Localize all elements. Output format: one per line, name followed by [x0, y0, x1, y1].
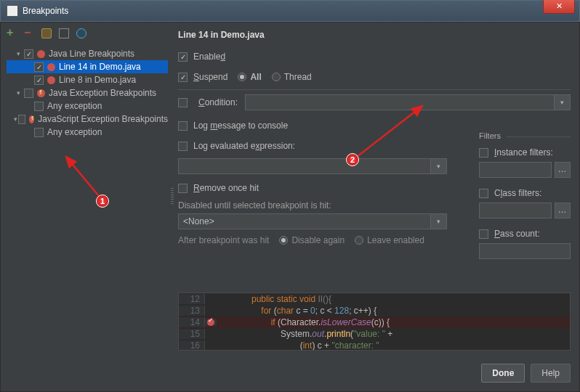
breakpoint-icon: [47, 63, 55, 71]
enabled-label: Enabled: [193, 52, 225, 62]
chevron-down-icon: ▾: [431, 213, 447, 229]
chevron-down-icon[interactable]: ▾: [14, 115, 19, 123]
suspend-label: Suspend: [193, 72, 227, 82]
view-icon[interactable]: [76, 28, 86, 38]
tree-node[interactable]: ▾ JavaScript Exception Breakpoints: [7, 113, 168, 126]
radio-disable-again-label: Disable again: [291, 235, 345, 245]
annotation-badge-1: 1: [96, 195, 109, 208]
class-field[interactable]: [479, 203, 552, 219]
condition-label: Condition:: [198, 97, 238, 107]
logmsg-label: Log message to console: [193, 121, 288, 131]
checkbox[interactable]: [34, 102, 44, 111]
breakpoint-gutter-icon[interactable]: [207, 319, 214, 326]
radio-leave-enabled[interactable]: [355, 236, 363, 245]
condition-checkbox[interactable]: [178, 98, 188, 107]
radio-thread-label: Thread: [284, 72, 312, 82]
logmsg-checkbox[interactable]: [178, 121, 188, 131]
radio-all[interactable]: [238, 73, 246, 81]
instance-field[interactable]: [479, 162, 552, 178]
remove-label: Remove once hit: [193, 183, 259, 193]
copy-icon[interactable]: [59, 28, 69, 38]
tree-toolbar: + −: [7, 28, 86, 38]
detail-title: Line 14 in Demo.java: [178, 30, 571, 40]
tree-node[interactable]: ▾ Java Exception Breakpoints: [7, 86, 168, 99]
tree-node[interactable]: Any exception: [7, 126, 168, 139]
instance-label: Instance filters:: [494, 147, 553, 158]
close-button[interactable]: ✕: [543, 0, 575, 14]
node-label: Line 14 in Demo.java: [59, 62, 141, 72]
done-button[interactable]: Done: [481, 364, 525, 383]
class-label: Class filters:: [494, 188, 541, 198]
code-preview: 12 public static void II(){ 13 for (char…: [178, 293, 571, 351]
app-icon: [7, 5, 18, 17]
node-label: Any exception: [47, 127, 102, 137]
radio-leave-enabled-label: Leave enabled: [367, 235, 424, 245]
remove-icon[interactable]: −: [24, 28, 34, 38]
suspend-checkbox[interactable]: [178, 73, 188, 82]
checkbox[interactable]: [18, 115, 25, 124]
disabled-until-field[interactable]: <None> ▾: [178, 213, 447, 229]
enabled-row: Enabled: [178, 49, 571, 65]
dialog-body: + − ▾ Java Line Breakpoints Line 14 in D…: [0, 22, 580, 392]
tree-node[interactable]: ▾ Java Line Breakpoints: [7, 47, 168, 60]
annotation-badge-2: 2: [346, 153, 359, 166]
title-bar: Breakpoints ✕: [0, 0, 580, 22]
separator: [178, 89, 571, 90]
checkbox[interactable]: [34, 128, 44, 137]
checkbox[interactable]: [34, 62, 44, 72]
logexpr-label: Log evaluated expression:: [193, 141, 295, 151]
disabled-until-value: <None>: [178, 213, 431, 229]
tree-node-selected[interactable]: Line 14 in Demo.java: [7, 60, 168, 73]
add-icon[interactable]: +: [7, 28, 17, 38]
node-label: Java Exception Breakpoints: [49, 88, 156, 98]
class-browse[interactable]: …: [555, 203, 571, 219]
filters-panel: Filters Instance filters: … Class filter…: [479, 131, 571, 266]
checkbox[interactable]: [24, 89, 33, 98]
node-label: Java Line Breakpoints: [49, 49, 134, 59]
chevron-down-icon[interactable]: ▾: [17, 50, 24, 57]
dialog-buttons: Done Help: [481, 364, 571, 383]
class-checkbox[interactable]: [479, 189, 488, 198]
detail-panel: Line 14 in Demo.java Enabled Suspend All…: [178, 30, 571, 351]
pass-label: Pass count:: [494, 229, 540, 239]
help-button[interactable]: Help: [531, 364, 571, 383]
pass-checkbox[interactable]: [479, 229, 488, 239]
suspend-row: Suspend All Thread: [178, 69, 571, 85]
svg-line-1: [357, 106, 422, 157]
breakpoint-icon: [37, 50, 45, 58]
checkbox[interactable]: [24, 49, 33, 59]
group-icon[interactable]: [41, 28, 52, 38]
pass-field[interactable]: [479, 243, 571, 259]
node-label: Any exception: [47, 101, 102, 111]
split-handle[interactable]: [171, 188, 174, 205]
chevron-down-icon: ▾: [555, 94, 571, 110]
exception-breakpoint-icon: [37, 89, 45, 97]
radio-thread[interactable]: [272, 73, 281, 81]
radio-all-label: All: [250, 72, 261, 82]
exception-breakpoint-icon: [29, 115, 34, 123]
chevron-down-icon[interactable]: ▾: [17, 89, 24, 97]
node-label: JavaScript Exception Breakpoints: [38, 114, 168, 124]
remove-checkbox[interactable]: [178, 184, 188, 193]
after-hit-label: After breakpoint was hit: [178, 235, 269, 245]
checkbox[interactable]: [34, 75, 44, 85]
breakpoint-icon: [47, 76, 55, 84]
window-title: Breakpoints: [23, 6, 579, 16]
svg-line-0: [66, 157, 102, 200]
logexpr-checkbox[interactable]: [178, 142, 188, 151]
instance-browse[interactable]: …: [555, 162, 571, 178]
instance-checkbox[interactable]: [479, 148, 488, 158]
tree-node[interactable]: Line 8 in Demo.java: [7, 73, 168, 86]
node-label: Line 8 in Demo.java: [59, 75, 136, 85]
enabled-checkbox[interactable]: [178, 52, 188, 62]
filters-title: Filters: [479, 131, 571, 140]
radio-disable-again[interactable]: [279, 236, 288, 245]
tree-node[interactable]: Any exception: [7, 99, 168, 113]
